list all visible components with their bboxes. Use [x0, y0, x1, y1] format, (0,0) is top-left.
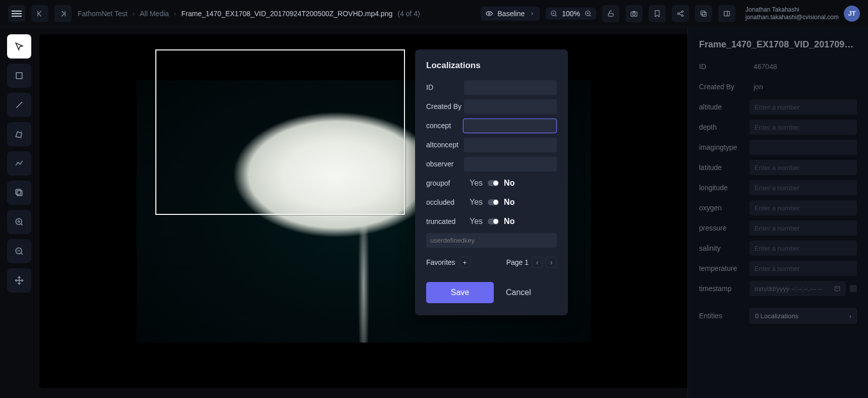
version-selector[interactable]: Baseline: [481, 7, 540, 21]
field-label: salinity: [699, 244, 749, 252]
cancel-button[interactable]: Cancel: [503, 282, 534, 303]
svg-rect-36: [835, 287, 839, 291]
svg-rect-22: [16, 73, 22, 79]
move-icon: [14, 275, 24, 286]
altitude-input[interactable]: [749, 99, 857, 115]
lock-button[interactable]: [602, 5, 619, 22]
zoom-out-tool[interactable]: [7, 239, 31, 263]
chevron-right-icon: ›: [133, 10, 135, 18]
page-next-button[interactable]: ›: [546, 257, 557, 268]
line-icon: [14, 100, 24, 110]
timestamp-input[interactable]: mm/dd/yyyy --:--:--.--- --: [749, 281, 846, 296]
toggle-yes: Yes: [470, 179, 483, 188]
field-label: concept: [426, 122, 463, 130]
zoom-percent: 100%: [562, 10, 580, 18]
svg-rect-10: [608, 13, 613, 16]
svg-line-33: [21, 253, 22, 254]
field-label: occluded: [426, 198, 470, 206]
groupof-toggle[interactable]: [488, 180, 499, 186]
skip-forward-icon: [59, 10, 67, 18]
created-by-value: jon: [749, 83, 857, 91]
pan-tool[interactable]: [7, 268, 31, 293]
zoom-in-icon[interactable]: [584, 10, 592, 18]
panel-toggle-button[interactable]: [718, 5, 735, 22]
share-button[interactable]: [672, 5, 689, 22]
zoom-in-tool[interactable]: [7, 210, 31, 234]
breadcrumb-item[interactable]: FathomNet Test: [78, 10, 128, 18]
breadcrumb-item[interactable]: All Media: [140, 10, 169, 18]
skip-back-icon: [36, 10, 44, 18]
hamburger-icon: [12, 11, 22, 17]
svg-rect-25: [17, 191, 22, 196]
left-toolbar: +: [7, 34, 31, 293]
field-label: temperature: [699, 264, 749, 272]
page-prev-button[interactable]: ‹: [532, 257, 543, 268]
entities-count: 0 Localizations: [755, 312, 798, 320]
entities-selector[interactable]: 0 Localizations ›: [749, 308, 857, 323]
polygon-tool[interactable]: +: [7, 122, 31, 146]
selection-box[interactable]: [155, 49, 405, 215]
line-tool[interactable]: [7, 93, 31, 117]
menu-button[interactable]: [8, 5, 25, 22]
prev-media-button[interactable]: [31, 5, 48, 22]
layers-tool[interactable]: [7, 181, 31, 205]
salinity-input[interactable]: [749, 241, 857, 256]
field-label: depth: [699, 123, 749, 131]
panel-title: Frame_1470_EX1708_VID_20170924T2005...: [699, 39, 857, 50]
path-icon: [14, 158, 24, 168]
field-label: latitude: [699, 163, 749, 172]
truncated-toggle[interactable]: [488, 218, 499, 224]
depth-input[interactable]: [749, 120, 857, 135]
cursor-tool[interactable]: [7, 34, 31, 59]
id-input[interactable]: [464, 80, 557, 95]
field-label: observer: [426, 160, 464, 168]
occluded-toggle[interactable]: [488, 199, 499, 205]
field-label: pressure: [699, 224, 749, 232]
pressure-input[interactable]: [749, 220, 857, 236]
created-by-input[interactable]: [464, 99, 557, 114]
zoom-control: 100%: [546, 8, 596, 20]
latitude-input[interactable]: [749, 160, 857, 175]
concept-input[interactable]: [463, 119, 557, 133]
add-favorite-button[interactable]: +: [459, 257, 471, 268]
altconcept-input[interactable]: [464, 138, 557, 152]
imagingtype-input[interactable]: [749, 140, 857, 155]
svg-line-17: [679, 14, 681, 15]
copy-icon: [700, 10, 708, 18]
save-button[interactable]: Save: [426, 282, 494, 303]
media-canvas[interactable]: [39, 34, 687, 388]
timestamp-aux-button[interactable]: [850, 285, 857, 292]
modal-title: Localizations: [426, 61, 557, 71]
copy-button[interactable]: [695, 5, 712, 22]
user-name: Jonathan Takahashi: [745, 6, 839, 13]
svg-rect-26: [16, 189, 21, 194]
temperature-input[interactable]: [749, 261, 857, 276]
user-email: jonathan.takahashi@cvisional.com: [745, 14, 839, 21]
field-label: longitude: [699, 184, 749, 192]
userdefinedkey-input[interactable]: [426, 233, 557, 248]
user-menu[interactable]: Jonathan Takahashi jonathan.takahashi@cv…: [745, 6, 860, 22]
observer-input[interactable]: [464, 157, 557, 172]
screenshot-button[interactable]: [625, 5, 643, 22]
metadata-panel: Frame_1470_EX1708_VID_20170924T2005... I…: [687, 27, 868, 398]
eye-icon: [486, 10, 493, 17]
box-tool[interactable]: [7, 64, 31, 88]
path-tool[interactable]: [7, 151, 31, 176]
field-label: ID: [699, 63, 749, 71]
zoom-in-icon: [14, 217, 24, 227]
next-media-button[interactable]: [54, 5, 72, 22]
oxygen-input[interactable]: [749, 200, 857, 215]
svg-rect-18: [702, 12, 706, 16]
bookmark-button[interactable]: [649, 5, 666, 22]
id-value: 467048: [749, 63, 857, 71]
longitude-input[interactable]: [749, 180, 857, 195]
zoom-out-icon[interactable]: [550, 10, 558, 18]
toggle-no: No: [504, 179, 514, 188]
cursor-icon: [14, 41, 24, 51]
version-label: Baseline: [498, 10, 525, 18]
bookmark-icon: [653, 10, 661, 18]
field-label: groupof: [426, 179, 470, 187]
svg-point-12: [632, 13, 635, 15]
field-label: Created By: [426, 102, 464, 110]
topbar: FathomNet Test › All Media › Frame_1470_…: [0, 0, 868, 27]
